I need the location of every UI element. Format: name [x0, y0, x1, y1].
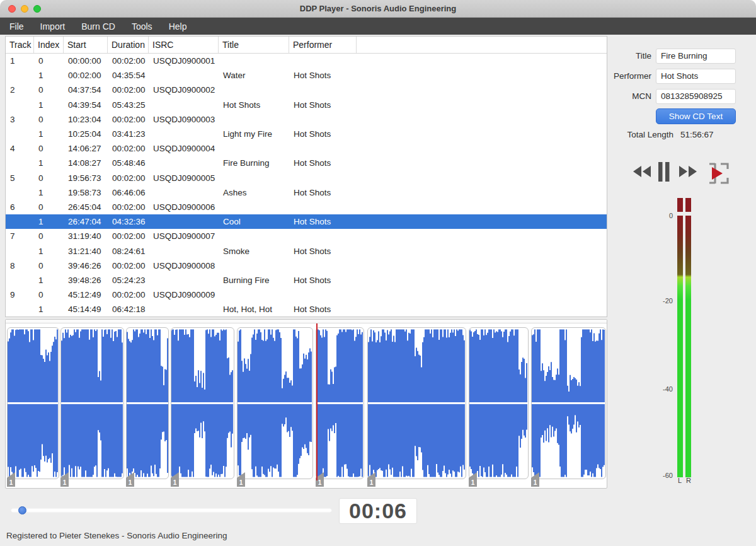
meter-channel-label-r: R — [686, 477, 691, 484]
column-header-filler — [357, 37, 607, 53]
cell-duration: 00:02:00 — [108, 144, 149, 153]
title-field-label: Title — [636, 49, 651, 64]
table-row[interactable]: 8039:46:2600:02:00USQDJ0900008 — [6, 258, 607, 273]
cell-duration: 05:24:23 — [108, 276, 149, 285]
seek-slider-thumb[interactable] — [18, 506, 26, 514]
column-header-track[interactable]: Track — [6, 37, 34, 53]
waveform-graph — [316, 328, 364, 479]
track-table: TrackIndexStartDurationISRCTitlePerforme… — [5, 36, 607, 317]
waveform-clip[interactable]: 1 — [126, 327, 169, 479]
column-header-index[interactable]: Index — [34, 37, 64, 53]
column-header-performer[interactable]: Performer — [289, 37, 357, 53]
cell-isrc: USQDJ0900007 — [149, 231, 219, 241]
cell-isrc: USQDJ0900003 — [149, 115, 219, 124]
table-row[interactable]: 1000:00:0000:02:00USQDJ0900001 — [6, 54, 607, 68]
time-display: 00:06 — [339, 498, 417, 524]
column-header-duration[interactable]: Duration — [108, 37, 149, 53]
table-row[interactable]: 145:14:4906:42:18Hot, Hot, HotHot Shots — [6, 302, 607, 317]
cell-title: Hot Shots — [219, 100, 289, 110]
meter-clip-left — [677, 198, 683, 212]
table-row[interactable]: 100:02:0004:35:54WaterHot Shots — [6, 68, 607, 83]
waveform-clip[interactable]: 1 — [531, 327, 606, 479]
total-length: Total Length51:56:67 — [607, 130, 733, 139]
table-row[interactable]: 119:58:7306:46:06AshesHot Shots — [6, 185, 607, 200]
waveform-panel[interactable]: 111111111 — [5, 319, 607, 489]
meter-channel-label-l: L — [678, 477, 682, 484]
title-bar: DDP Player - Sonoris Audio Engineering — [0, 0, 756, 18]
show-cd-text-button[interactable]: Show CD Text — [656, 108, 736, 124]
cell-title: Burning Fire — [219, 276, 289, 285]
table-row[interactable]: 131:21:4008:24:61SmokeHot Shots — [6, 243, 607, 258]
table-row[interactable]: 3010:23:0400:02:00USQDJ0900003 — [6, 112, 607, 127]
table-row[interactable]: 4014:06:2700:02:00USQDJ0900004 — [6, 141, 607, 156]
menu-item-import[interactable]: Import — [40, 21, 66, 32]
cell-isrc: USQDJ0900004 — [149, 144, 219, 153]
cell-performer: Hot Shots — [289, 71, 357, 80]
fast-forward-icon[interactable] — [678, 165, 697, 178]
waveform-clip[interactable]: 1 — [60, 327, 124, 479]
cell-title: Light my Fire — [219, 129, 289, 139]
meter-tick--40: -40 — [654, 385, 673, 393]
table-row[interactable]: 126:47:0404:32:36CoolHot Shots — [6, 214, 607, 229]
cell-index: 1 — [34, 158, 64, 168]
cell-start: 39:46:26 — [64, 261, 108, 270]
column-header-title[interactable]: Title — [219, 37, 289, 53]
cell-isrc: USQDJ0900001 — [149, 56, 219, 66]
cell-track: 7 — [6, 231, 34, 241]
cell-duration: 03:41:23 — [108, 129, 149, 139]
table-row[interactable]: 104:39:5405:43:25Hot ShotsHot Shots — [6, 98, 607, 112]
cell-index: 0 — [34, 144, 64, 153]
pause-icon[interactable] — [658, 162, 670, 182]
table-row[interactable]: 9045:12:4900:02:00USQDJ0900009 — [6, 288, 607, 302]
cell-isrc: USQDJ0900006 — [149, 202, 219, 212]
playhead-cursor[interactable] — [316, 323, 318, 480]
waveform-graph — [171, 328, 234, 479]
cell-isrc: USQDJ0900009 — [149, 290, 219, 299]
cell-start: 39:48:26 — [64, 276, 108, 285]
cell-index: 1 — [34, 305, 64, 314]
cell-duration: 04:32:36 — [108, 217, 149, 226]
play-selection-icon[interactable] — [706, 161, 732, 185]
table-row[interactable]: 114:08:2705:48:46Fire BurningHot Shots — [6, 156, 607, 170]
waveform-clip[interactable]: 1 — [367, 327, 466, 479]
column-header-start[interactable]: Start — [64, 37, 108, 53]
table-row[interactable]: 7031:19:4000:02:00USQDJ0900007 — [6, 229, 607, 243]
window-title: DDP Player - Sonoris Audio Engineering — [0, 0, 756, 18]
rewind-icon[interactable] — [633, 165, 652, 178]
table-row[interactable]: 139:48:2605:24:23Burning FireHot Shots — [6, 273, 607, 288]
menu-item-burn-cd[interactable]: Burn CD — [81, 21, 115, 32]
cell-start: 00:00:00 — [64, 56, 108, 66]
title-field[interactable]: Fire Burning — [656, 49, 736, 64]
cell-duration: 00:02:00 — [108, 261, 149, 270]
waveform-clip[interactable]: 1 — [237, 327, 313, 479]
table-row[interactable]: 110:25:0403:41:23Light my FireHot Shots — [6, 127, 607, 141]
app-window: DDP Player - Sonoris Audio Engineering F… — [0, 0, 756, 546]
table-row[interactable]: 6026:45:0400:02:00USQDJ0900006 — [6, 200, 607, 214]
menu-item-help[interactable]: Help — [169, 21, 187, 32]
seek-slider-track[interactable] — [11, 508, 332, 513]
menu-bar: FileImportBurn CDToolsHelp — [0, 18, 756, 35]
table-row[interactable]: 5019:56:7300:02:00USQDJ0900005 — [6, 171, 607, 185]
waveform-clip[interactable]: 1 — [171, 327, 234, 479]
menu-item-file[interactable]: File — [9, 21, 24, 32]
table-row[interactable]: 2004:37:5400:02:00USQDJ0900002 — [6, 83, 607, 97]
table-header: TrackIndexStartDurationISRCTitlePerforme… — [6, 37, 607, 54]
meter-tick--60: -60 — [654, 472, 673, 479]
status-bar-text: Registered to Pieter Stenekes - Sonoris … — [6, 531, 227, 540]
waveform-clip[interactable]: 1 — [469, 327, 529, 479]
mcn-field[interactable]: 0813285908925 — [656, 89, 736, 104]
menu-item-tools[interactable]: Tools — [132, 21, 152, 32]
performer-field[interactable]: Hot Shots — [656, 69, 736, 84]
waveform-clip[interactable]: 1 — [7, 327, 59, 479]
waveform-graph — [238, 328, 312, 479]
cell-title: Water — [219, 71, 289, 80]
cell-index: 1 — [34, 217, 64, 226]
cell-start: 10:25:04 — [64, 129, 108, 139]
cell-index: 1 — [34, 247, 64, 256]
waveform-clip[interactable]: 1 — [316, 327, 364, 479]
cell-start: 14:08:27 — [64, 158, 108, 168]
cell-track: 9 — [6, 290, 34, 299]
cell-performer: Hot Shots — [289, 100, 357, 110]
cell-duration: 00:02:00 — [108, 115, 149, 124]
column-header-isrc[interactable]: ISRC — [149, 37, 219, 53]
